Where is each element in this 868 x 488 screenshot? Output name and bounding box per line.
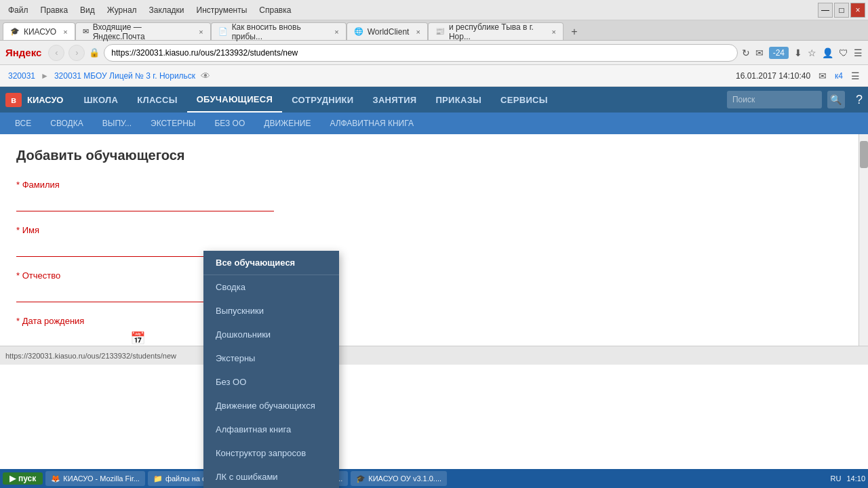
sys-info: RU (831, 474, 842, 483)
dropdown-item-externals[interactable]: Экстерны (203, 346, 339, 370)
download-icon[interactable]: ⬇ (794, 47, 802, 58)
dropdown-item-alphabet[interactable]: Алфавитная книга (203, 418, 339, 441)
shield-icon[interactable]: 🛡 (839, 47, 848, 58)
menu-view[interactable]: Вид (75, 4, 100, 16)
taskbar-kiasuo-label: КИАСУО ОУ v3.1.0.... (368, 474, 441, 483)
subnav-externals[interactable]: ЭКСТЕРНЫ (141, 113, 205, 134)
tab-close-kiasuo[interactable]: × (63, 28, 67, 36)
forward-button[interactable]: › (68, 45, 85, 61)
taskbar: ▶ пуск 🦊 КИАСУО - Mozilla Fir... 📁 файлы… (0, 469, 868, 488)
patronymic-group: * Отчество (16, 270, 842, 302)
brand-label: КИАСУО (27, 95, 63, 105)
nav-services[interactable]: СЕРВИСЫ (491, 87, 557, 113)
surname-input[interactable] (16, 192, 274, 211)
window-controls: — □ × (818, 3, 865, 18)
breadcrumb-separator: ► (41, 71, 49, 81)
user-icon[interactable]: 👤 (822, 47, 833, 58)
tab-kiasuo[interactable]: 🎓 КИАСУО × (3, 22, 75, 40)
header-datetime: 16.01.2017 14:10:40 (736, 71, 810, 81)
address-bar: Яндекс ‹ › 🔒 ↻ ✉ -24 ⬇ ☆ 👤 🛡 ☰ (0, 41, 868, 65)
nav-orders[interactable]: ПРИКАЗЫ (426, 87, 491, 113)
menu-bar: Файл Правка Вид Журнал Закладки Инструме… (3, 4, 296, 16)
sys-time: 14:10 (846, 474, 865, 483)
close-button[interactable]: × (850, 3, 865, 18)
lock-icon: 🔒 (89, 47, 100, 58)
refresh-icon[interactable]: ↻ (742, 47, 750, 58)
brand-badge[interactable]: в (5, 93, 22, 107)
name-group: * Имя (16, 225, 842, 257)
mail-header-icon[interactable]: ✉ (818, 70, 827, 81)
dropdown-item-summary[interactable]: Сводка (203, 275, 339, 299)
dropdown-item-lk-errors[interactable]: ЛК с ошибками (203, 465, 339, 488)
nav-search: 🔍 ? (727, 91, 863, 108)
scrollbar[interactable] (859, 134, 868, 365)
kiasuo-taskbar-icon: 🎓 (356, 474, 366, 483)
nav-students[interactable]: ОБУЧАЮЩИЕСЯ (187, 87, 282, 113)
subnav-nooo[interactable]: БЕЗ ОО (205, 113, 254, 134)
status-bar: https://320031.kiasuo.ru/ous/2133932/stu… (0, 346, 868, 365)
tab-label-kiasuo: КИАСУО (24, 27, 56, 37)
subnav-alphabet[interactable]: АЛФАВИТНАЯ КНИГА (320, 113, 422, 134)
tab-yandex-mail[interactable]: ✉ Входящие — Яндекс.Почта × (75, 22, 211, 40)
menu-tools[interactable]: Инструменты (191, 4, 253, 16)
dropdown-item-nooo[interactable]: Без ОО (203, 370, 339, 394)
weather-badge: -24 (769, 47, 789, 59)
tab-news[interactable]: 📰 и республике Тыва в г. Нор... × (428, 22, 564, 40)
bookmark-icon[interactable]: ☆ (808, 47, 816, 58)
breadcrumb-org-id[interactable]: 320031 (8, 71, 35, 81)
menu-icon[interactable]: ☰ (854, 47, 863, 58)
tab-bar: 🎓 КИАСУО × ✉ Входящие — Яндекс.Почта × 📄… (0, 20, 868, 41)
dropdown-item-all-students[interactable]: Все обучающиеся (203, 251, 339, 274)
breadcrumb-org-name[interactable]: 320031 МБОУ Лицей № 3 г. Норильск (54, 71, 195, 81)
menu-edit[interactable]: Правка (35, 4, 74, 16)
search-input[interactable] (727, 91, 822, 108)
surname-group: * Фамилия (16, 180, 842, 211)
start-button[interactable]: ▶ пуск (3, 472, 43, 485)
dropdown-item-constructor[interactable]: Конструктор запросов (203, 441, 339, 465)
tab-icon-kiasuo: 🎓 (10, 27, 20, 36)
new-tab-button[interactable]: + (566, 24, 583, 40)
tab-worldclient[interactable]: 🌐 WorldClient × (347, 22, 428, 40)
help-icon[interactable]: ? (856, 93, 863, 107)
menu-file[interactable]: Файл (3, 4, 34, 16)
menu-journal[interactable]: Журнал (102, 4, 142, 16)
sub-nav: ВСЕ СВОДКА ВЫПУ... ЭКСТЕРНЫ БЕЗ ОО ДВИЖЕ… (0, 113, 868, 134)
tab-how-to[interactable]: 📄 Как вносить вновь прибы... × (211, 22, 347, 40)
subnav-summary[interactable]: СВОДКА (41, 113, 92, 134)
subnav-all[interactable]: ВСЕ (5, 113, 41, 134)
form-title: Добавить обучающегося (16, 148, 842, 163)
dropdown-item-graduates[interactable]: Выпускники (203, 299, 339, 323)
birthdate-group: * Дата рождения 📅 (16, 316, 842, 348)
tab-close-howto[interactable]: × (334, 28, 338, 36)
back-button[interactable]: ‹ (48, 45, 64, 61)
address-input[interactable] (104, 44, 737, 62)
minimize-button[interactable]: — (818, 3, 833, 18)
nav-classes[interactable]: КЛАССЫ (127, 87, 186, 113)
dropdown-item-preschool[interactable]: Дошкольники (203, 323, 339, 346)
calendar-icon[interactable]: 📅 (130, 331, 145, 346)
subnav-movement[interactable]: ДВИЖЕНИЕ (254, 113, 320, 134)
subnav-graduates[interactable]: ВЫПУ... (93, 113, 141, 134)
taskbar-item-kiasuo[interactable]: 🎓 КИАСУО ОУ v3.1.0.... (351, 471, 447, 486)
menu-help[interactable]: Справка (254, 4, 296, 16)
nav-school[interactable]: ШКОЛА (74, 87, 127, 113)
tab-close-worldclient[interactable]: × (416, 28, 420, 36)
tab-label-howto: Как вносить вновь прибы... (232, 22, 328, 41)
mail-icon[interactable]: ✉ (755, 47, 764, 58)
birthdate-input[interactable] (16, 329, 125, 348)
header-user[interactable]: к4 (835, 71, 843, 81)
header-right: 16.01.2017 14:10:40 ✉ к4 ☰ (736, 70, 860, 81)
search-button[interactable]: 🔍 (827, 91, 845, 108)
nav-staff[interactable]: СОТРУДНИКИ (282, 87, 363, 113)
hamburger-icon[interactable]: ☰ (851, 70, 860, 81)
eye-icon[interactable]: 👁 (201, 70, 210, 81)
menu-bookmarks[interactable]: Закладки (144, 4, 190, 16)
scrollbar-thumb[interactable] (860, 141, 868, 168)
maximize-button[interactable]: □ (834, 3, 849, 18)
tab-close-mail[interactable]: × (199, 28, 203, 36)
tab-close-news[interactable]: × (551, 28, 555, 36)
dropdown-item-movement[interactable]: Движение обучающихся (203, 394, 339, 418)
taskbar-item-firefox[interactable]: 🦊 КИАСУО - Mozilla Fir... (45, 471, 145, 486)
dropdown-menu: Все обучающиеся Сводка Выпускники Дошкол… (203, 251, 339, 488)
nav-lessons[interactable]: ЗАНЯТИЯ (363, 87, 426, 113)
